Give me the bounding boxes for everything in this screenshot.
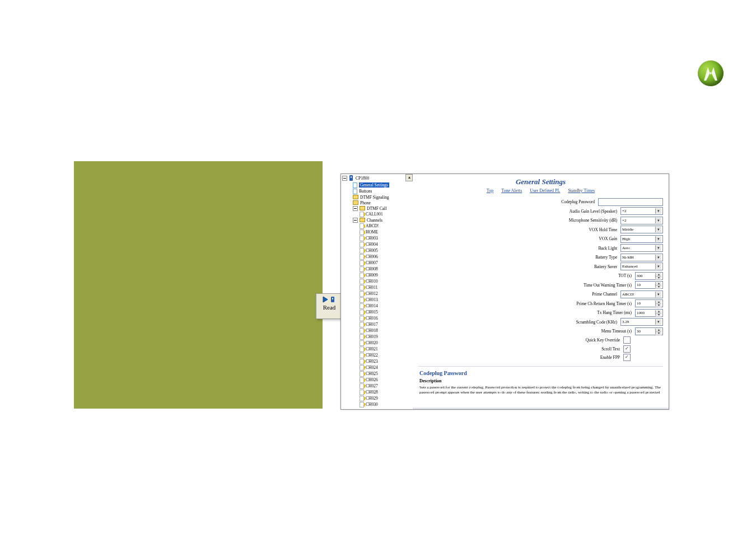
tree-node[interactable]: CH019 <box>343 334 413 340</box>
tree-node[interactable]: CH013 <box>343 297 413 303</box>
dropdown[interactable]: +2▾ <box>620 217 663 224</box>
dropdown[interactable]: ABCD!▾ <box>620 291 663 298</box>
tree-node[interactable]: CH010 <box>343 278 413 284</box>
tree-node-label: CH027 <box>366 383 378 388</box>
input-value: High <box>622 237 630 241</box>
setting-label: Prime Ch Return Hang Timer (s) <box>576 301 632 306</box>
checkbox[interactable]: ✓ <box>623 345 631 353</box>
page-icon <box>360 310 364 315</box>
spinner-buttons[interactable]: ▴▾ <box>655 329 661 334</box>
chevron-down-icon[interactable]: ▾ <box>655 255 661 260</box>
tree-node[interactable]: Buttons <box>343 188 413 194</box>
dropdown[interactable]: High▾ <box>620 235 663 243</box>
input-value: +2 <box>622 209 626 213</box>
spinner-buttons[interactable]: ▴▾ <box>655 273 661 279</box>
tree-node[interactable]: Channels <box>343 217 413 223</box>
tab-top[interactable]: Top <box>487 188 493 193</box>
collapse-icon[interactable] <box>342 176 347 181</box>
tree-node[interactable]: CH020 <box>343 340 413 346</box>
spinner-input[interactable]: 10▴▾ <box>635 281 663 289</box>
tree-node-label: CH023 <box>366 359 378 364</box>
tree-node-label: Channels <box>367 218 382 223</box>
tree-scroll-up[interactable]: ▴ <box>405 174 413 181</box>
tree-node[interactable]: CH022 <box>343 352 413 358</box>
tree-node[interactable]: CH027 <box>343 383 413 389</box>
tree-node[interactable]: CH011 <box>343 284 413 291</box>
collapse-icon[interactable] <box>353 206 358 211</box>
dropdown[interactable]: Enhanced▾ <box>620 263 663 270</box>
tree-node[interactable]: CH024 <box>343 364 413 371</box>
spinner-input[interactable]: 30▴▾ <box>635 327 663 335</box>
tree-node[interactable]: CH004 <box>343 241 413 247</box>
tree-node-label: CH010 <box>366 279 378 284</box>
page-icon <box>360 229 364 235</box>
checkbox[interactable]: ✓ <box>623 354 631 361</box>
dropdown[interactable]: Ni-MH▾ <box>620 254 663 261</box>
tree-node[interactable]: CH018 <box>343 327 413 334</box>
tree-node[interactable]: CALL001 <box>343 211 413 217</box>
tab-tone-alerts[interactable]: Tone Alerts <box>501 188 522 193</box>
tree-node[interactable]: General Settings <box>343 182 413 188</box>
tree-node[interactable]: DTMF Signaling <box>343 194 413 200</box>
page-icon <box>360 340 364 346</box>
setting-label: Battery Type <box>595 255 617 260</box>
tree-node-label: Phone <box>360 200 371 205</box>
nav-tree[interactable]: ▴ CP1800 General SettingsButtonsDTMF Sig… <box>341 174 413 409</box>
chevron-down-icon[interactable]: ▾ <box>655 292 661 297</box>
tree-node[interactable]: CH029 <box>343 395 413 401</box>
checkbox[interactable] <box>623 336 631 344</box>
dropdown[interactable]: +2▾ <box>620 207 663 215</box>
dropdown[interactable]: Middle▾ <box>620 226 663 233</box>
chevron-down-icon[interactable]: ▾ <box>655 264 661 269</box>
tree-node[interactable]: CH028 <box>343 389 413 395</box>
tree-node[interactable]: CH025 <box>343 371 413 377</box>
tree-root-label[interactable]: CP1800 <box>356 176 369 181</box>
spinner-input[interactable]: 10▴▾ <box>635 299 663 307</box>
text-input[interactable] <box>598 198 663 206</box>
spinner-buttons[interactable]: ▴▾ <box>655 301 661 306</box>
spinner-input[interactable]: 300▴▾ <box>635 272 663 280</box>
spinner-buttons[interactable]: ▴▾ <box>655 310 661 316</box>
input-value: 10 <box>637 283 641 287</box>
tree-node[interactable]: CH003 <box>343 235 413 241</box>
tab-standby-times[interactable]: Standby Times <box>568 188 595 193</box>
tree-node-label: CH025 <box>366 371 378 376</box>
spinner-input[interactable]: 1000▴▾ <box>635 309 663 317</box>
tree-node[interactable]: CH030 <box>343 401 413 407</box>
tree-node[interactable]: Phone <box>343 200 413 205</box>
chevron-down-icon[interactable]: ▾ <box>655 218 661 223</box>
tree-node[interactable]: CH005 <box>343 247 413 254</box>
tree-node[interactable]: CH026 <box>343 377 413 383</box>
tree-node[interactable]: CH021 <box>343 346 413 352</box>
tree-node-label: CH011 <box>366 285 377 290</box>
chevron-down-icon[interactable]: ▾ <box>655 208 661 214</box>
chevron-down-icon[interactable]: ▾ <box>655 236 661 242</box>
dropdown[interactable]: 3.29▾ <box>620 318 663 326</box>
chevron-down-icon[interactable]: ▾ <box>655 245 661 251</box>
collapse-icon[interactable] <box>353 218 358 223</box>
tree-node[interactable]: ABCD! <box>343 223 413 229</box>
panel-title: General Settings <box>413 177 669 186</box>
tree-node[interactable]: CH015 <box>343 309 413 315</box>
chevron-down-icon[interactable]: ▾ <box>655 319 661 325</box>
tree-node[interactable]: CH017 <box>343 321 413 327</box>
tree-node[interactable]: HOME <box>343 229 413 235</box>
page-icon <box>360 254 364 260</box>
tree-node-label: CH006 <box>366 254 378 259</box>
tab-user-defined-pl[interactable]: User Defined PL <box>530 188 560 193</box>
setting-row: Codeplug Password <box>418 198 663 206</box>
tree-node[interactable]: CH007 <box>343 260 413 266</box>
chevron-down-icon[interactable]: ▾ <box>655 227 661 232</box>
tree-node[interactable]: CH006 <box>343 254 413 260</box>
tree-node[interactable]: CH012 <box>343 291 413 297</box>
read-button[interactable]: Read <box>316 293 343 319</box>
tree-node[interactable]: CH014 <box>343 303 413 309</box>
tree-node[interactable]: CH009 <box>343 272 413 278</box>
tree-node[interactable]: CH008 <box>343 266 413 272</box>
dropdown[interactable]: Auto▾ <box>620 244 663 252</box>
tree-node[interactable]: CH023 <box>343 358 413 364</box>
tree-node[interactable]: CH016 <box>343 315 413 321</box>
tree-node[interactable]: DTMF Call <box>343 205 413 211</box>
spinner-buttons[interactable]: ▴▾ <box>655 282 661 288</box>
tree-node-label: CH003 <box>366 236 378 241</box>
